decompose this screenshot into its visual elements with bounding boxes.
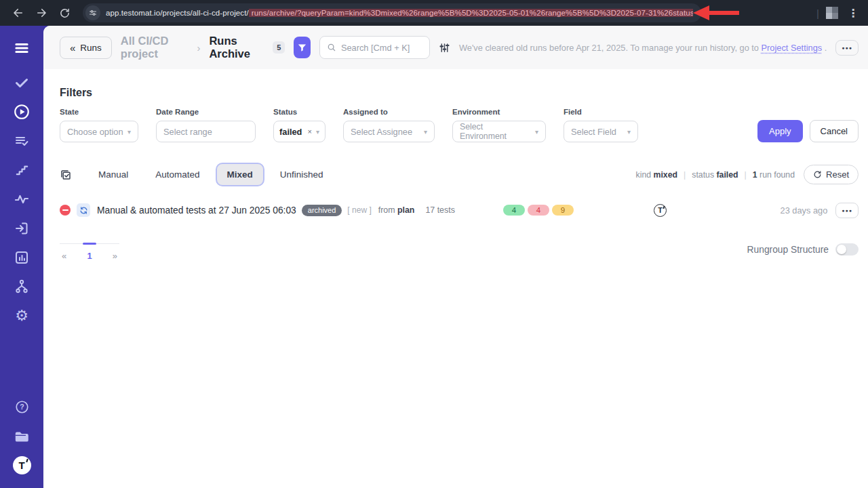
environment-placeholder: Select Environment — [460, 122, 531, 141]
filter-environment-label: Environment — [452, 108, 546, 116]
state-select[interactable]: Choose option ▾ — [60, 121, 138, 142]
field-select[interactable]: Select Field ▾ — [564, 121, 638, 142]
page-title: Runs Archive — [209, 35, 264, 60]
gear-icon: ⚙ — [15, 308, 28, 323]
search-box[interactable] — [319, 36, 430, 59]
pagination: « 1 » — [60, 243, 119, 261]
pagination-page-1[interactable]: 1 — [85, 251, 94, 261]
chevron-down-icon: ▾ — [127, 128, 131, 136]
runs-count-badge: 5 — [273, 41, 285, 54]
browser-back-icon[interactable] — [9, 3, 28, 22]
menu-hamburger-icon[interactable] — [0, 35, 43, 62]
address-bar[interactable]: app.testomat.io/projects/all-ci-cd-proje… — [83, 3, 701, 22]
sidebar-item-milestones[interactable] — [0, 155, 43, 184]
status-chip-value: failed — [279, 127, 302, 137]
chevron-down-icon: ▾ — [424, 128, 427, 136]
notice-period: . — [825, 43, 827, 53]
result-count: 1 — [753, 170, 757, 180]
sidebar-item-projects[interactable] — [0, 422, 43, 451]
remove-status-icon[interactable]: × — [307, 127, 311, 136]
sidebar-item-settings[interactable]: ⚙ — [0, 301, 43, 330]
sidebar-item-analytics[interactable] — [0, 243, 43, 272]
filters-heading: Filters — [60, 87, 859, 99]
kind-label: kind — [636, 170, 652, 180]
back-to-runs-button[interactable]: « Runs — [60, 37, 112, 59]
breadcrumb-separator: › — [197, 42, 200, 54]
rungroup-structure-toggle[interactable] — [835, 243, 859, 256]
from-value[interactable]: plan — [397, 205, 414, 215]
sidebar-item-branches[interactable] — [0, 272, 43, 301]
reset-icon — [813, 170, 822, 179]
url-highlighted-segment: runs/archive/?queryParam=kind%3Dmixed%26… — [249, 9, 693, 17]
sidebar-item-tests[interactable] — [0, 68, 43, 97]
sidebar-item-plans[interactable] — [0, 126, 43, 155]
status-select[interactable]: failed × ▾ — [273, 121, 326, 142]
app-sidebar: ⚙ ? T — [0, 26, 43, 488]
sidebar-item-help[interactable]: ? — [0, 392, 43, 422]
browser-toolbar: app.testomat.io/projects/all-ci-cd-proje… — [0, 0, 868, 26]
run-kind-tabs: Manual Automated Mixed Unfinished kind m… — [60, 163, 859, 186]
filter-toggle-button[interactable] — [294, 37, 310, 58]
filter-field-label: Field — [564, 108, 638, 116]
extension-avatar-icon[interactable] — [826, 7, 838, 19]
runs-cleared-notice: We've cleared old runs before Apr 21, 20… — [459, 43, 827, 53]
new-tag: [ new ] — [347, 205, 371, 215]
logo-letter: T — [658, 206, 663, 214]
summary-divider: | — [684, 170, 686, 180]
pagination-next[interactable]: » — [111, 251, 119, 261]
apply-button[interactable]: Apply — [757, 120, 803, 142]
filter-field: Field Select Field ▾ — [564, 108, 638, 142]
result-badges: 4 4 9 — [503, 205, 574, 216]
run-title[interactable]: Manual & automated tests at 27 Jun 2025 … — [97, 205, 296, 216]
reset-label: Reset — [826, 169, 849, 180]
tab-unfinished[interactable]: Unfinished — [269, 163, 335, 186]
browser-menu-icon[interactable]: ⋮ — [845, 7, 861, 20]
filter-assigned-label: Assigned to — [343, 108, 435, 116]
failed-status-icon — [60, 205, 71, 216]
filter-date-range: Date Range Select range — [156, 108, 256, 142]
notice-text: We've cleared old runs before Apr 21, 20… — [459, 43, 759, 53]
project-settings-link[interactable]: Project Settings — [762, 43, 823, 53]
site-settings-icon[interactable] — [85, 5, 100, 20]
sidebar-item-pulse[interactable] — [0, 184, 43, 214]
tab-mixed[interactable]: Mixed — [216, 163, 264, 186]
active-page-indicator — [83, 243, 96, 245]
chevron-down-icon: ▾ — [316, 128, 319, 136]
date-range-input[interactable]: Select range — [156, 121, 256, 142]
tab-manual[interactable]: Manual — [87, 163, 140, 186]
browser-forward-icon[interactable] — [32, 3, 51, 22]
sidebar-item-import[interactable] — [0, 214, 43, 243]
back-to-runs-label: Runs — [80, 43, 102, 53]
assignee-select[interactable]: Select Assignee ▾ — [343, 121, 435, 142]
logo-letter: T — [18, 460, 24, 471]
run-more-button[interactable]: ●●● — [835, 203, 859, 218]
reporter-logo-icon[interactable]: T — [654, 204, 667, 217]
filter-state: State Choose option ▾ — [60, 108, 138, 142]
skipped-count-badge: 9 — [552, 205, 574, 216]
view-settings-icon[interactable] — [439, 42, 450, 54]
testomat-logo[interactable]: T — [0, 451, 43, 480]
search-input[interactable] — [341, 43, 422, 53]
header-more-button[interactable]: ●●● — [835, 40, 859, 56]
browser-reload-icon[interactable] — [55, 3, 74, 22]
filters-row: State Choose option ▾ Date Range Select … — [60, 108, 859, 142]
tab-automated[interactable]: Automated — [144, 163, 211, 186]
chevrons-left-icon: « — [70, 42, 75, 54]
filter-date-range-label: Date Range — [156, 108, 256, 116]
field-placeholder: Select Field — [571, 127, 616, 137]
state-placeholder: Choose option — [67, 127, 123, 137]
sidebar-item-runs[interactable] — [0, 97, 43, 126]
rungroup-structure-label: Rungroup Structure — [747, 245, 829, 255]
run-list-item[interactable]: Manual & automated tests at 27 Jun 2025 … — [60, 200, 859, 220]
reset-filters-button[interactable]: Reset — [804, 165, 859, 184]
url-prefix: app.testomat.io/projects/all-ci-cd-proje… — [106, 9, 249, 17]
from-plan-text: from plan — [378, 205, 415, 215]
breadcrumb-project[interactable]: All CI/CD project — [121, 35, 189, 60]
pagination-prev[interactable]: « — [60, 251, 68, 261]
svg-text:?: ? — [20, 403, 24, 411]
kind-value: mixed — [653, 170, 677, 180]
select-all-icon[interactable] — [60, 169, 72, 181]
chevron-down-icon: ▾ — [627, 128, 631, 136]
environment-select[interactable]: Select Environment ▾ — [452, 121, 546, 142]
cancel-button[interactable]: Cancel — [810, 120, 859, 142]
